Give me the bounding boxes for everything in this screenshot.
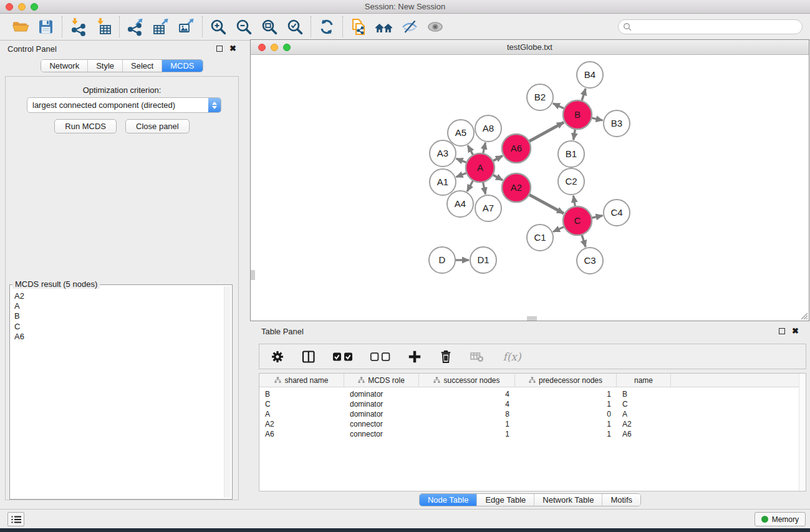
table-cell[interactable]: A2 <box>259 420 344 428</box>
tab-network-table[interactable]: Network Table <box>534 494 602 506</box>
select-all-icon[interactable] <box>332 349 354 365</box>
network-minimize-button[interactable] <box>271 44 278 51</box>
show-all-icon[interactable] <box>425 17 445 37</box>
close-table-panel-icon[interactable]: ✖ <box>792 328 799 334</box>
table-cell[interactable]: A6 <box>617 430 671 438</box>
save-session-icon[interactable] <box>36 17 56 37</box>
edge-A2-C[interactable] <box>529 195 564 213</box>
network-zoom-button[interactable] <box>283 44 291 51</box>
import-network-icon[interactable] <box>68 17 88 37</box>
export-network-icon[interactable] <box>125 17 145 37</box>
unselect-all-icon[interactable] <box>369 349 392 365</box>
close-panel-button[interactable]: Close panel <box>125 119 190 133</box>
hide-selected-icon[interactable] <box>400 17 420 37</box>
node-D1[interactable]: D1 <box>470 247 496 273</box>
edge-C-C4[interactable] <box>592 216 603 218</box>
tab-select[interactable]: Select <box>122 60 162 72</box>
close-window-button[interactable] <box>6 3 13 11</box>
node-A8[interactable]: A8 <box>475 115 501 142</box>
node-A7[interactable]: A7 <box>475 195 501 221</box>
memory-button[interactable]: Memory <box>755 512 806 526</box>
criterion-select[interactable]: largest connected component (directed) <box>27 97 221 113</box>
tab-mcds[interactable]: MCDS <box>162 60 202 72</box>
result-scrollbar[interactable] <box>224 286 231 498</box>
node-A2[interactable]: A2 <box>502 173 531 202</box>
zoom-window-button[interactable] <box>31 3 38 11</box>
table-cell[interactable]: 1 <box>515 420 617 428</box>
table-settings-icon[interactable] <box>269 349 286 365</box>
zoom-out-icon[interactable] <box>234 17 254 37</box>
tab-edge-table[interactable]: Edge Table <box>476 494 534 506</box>
node-D[interactable]: D <box>429 247 455 273</box>
table-cell[interactable]: connector <box>344 420 419 428</box>
table-cell[interactable]: A2 <box>617 420 671 428</box>
task-history-button[interactable] <box>7 512 24 526</box>
result-item[interactable]: B <box>14 311 223 321</box>
node-A[interactable]: A <box>466 153 494 182</box>
edge-C-C3[interactable] <box>582 235 586 247</box>
column-header-shared-name[interactable]: shared name <box>259 374 344 387</box>
node-B[interactable]: B <box>563 100 592 129</box>
zoom-fit-icon[interactable] <box>259 17 279 37</box>
canvas-bottom-scroll-nub[interactable] <box>527 316 537 321</box>
tab-network[interactable]: Network <box>41 60 87 72</box>
table-row[interactable]: A2connector11A2 <box>259 419 806 429</box>
result-item[interactable]: C <box>14 322 223 332</box>
table-scrollbar[interactable] <box>799 374 806 491</box>
network-canvas[interactable]: B4B2BB3B1A5A8A6A3AA1A2C2A4A7C4CC1C3DD1 <box>251 55 809 321</box>
table-cell[interactable]: dominator <box>344 390 419 399</box>
node-B4[interactable]: B4 <box>577 62 603 88</box>
canvas-left-scroll-nub[interactable] <box>251 270 255 280</box>
column-header-predecessor-nodes[interactable]: predecessor nodes <box>515 374 617 387</box>
table-cell[interactable]: A <box>259 410 344 418</box>
refresh-view-icon[interactable] <box>317 17 337 37</box>
node-C4[interactable]: C4 <box>604 200 630 226</box>
node-A6[interactable]: A6 <box>502 134 531 163</box>
first-neighbors-icon[interactable] <box>374 17 394 37</box>
node-B3[interactable]: B3 <box>604 110 630 137</box>
edge-A6-B[interactable] <box>529 122 564 142</box>
column-header-mcds-role[interactable]: MCDS role <box>344 374 419 387</box>
result-item[interactable]: A6 <box>14 332 223 342</box>
node-B2[interactable]: B2 <box>527 84 553 110</box>
edge-B-B2[interactable] <box>553 104 564 109</box>
edge-A-A5[interactable] <box>468 145 473 155</box>
network-window-titlebar[interactable]: testGlobe.txt <box>251 40 809 55</box>
export-image-icon[interactable] <box>176 17 196 37</box>
edge-A-A4[interactable] <box>467 180 473 191</box>
table-cell[interactable]: 0 <box>515 410 617 418</box>
table-cell[interactable]: C <box>617 400 671 409</box>
table-cell[interactable]: 1 <box>419 420 515 428</box>
tab-style[interactable]: Style <box>87 60 122 72</box>
table-cell[interactable]: 1 <box>419 430 515 438</box>
edge-C-C1[interactable] <box>553 226 564 231</box>
edge-A-A1[interactable] <box>456 173 467 177</box>
open-session-icon[interactable] <box>11 17 31 37</box>
tab-node-table[interactable]: Node Table <box>420 494 477 506</box>
node-C[interactable]: C <box>563 206 592 235</box>
show-columns-icon[interactable] <box>301 349 317 365</box>
import-table-icon[interactable] <box>94 17 113 37</box>
edge-A-A7[interactable] <box>483 182 486 195</box>
table-cell[interactable]: A <box>617 410 671 418</box>
resize-grip[interactable] <box>799 311 808 320</box>
edge-B-B4[interactable] <box>582 89 586 101</box>
export-table-icon[interactable] <box>151 17 171 37</box>
node-A3[interactable]: A3 <box>430 140 456 167</box>
result-item[interactable]: A <box>14 301 223 311</box>
network-close-button[interactable] <box>258 44 266 51</box>
table-cell[interactable]: 4 <box>419 400 515 409</box>
tab-motifs[interactable]: Motifs <box>602 494 640 506</box>
column-header-name[interactable]: name <box>617 374 671 387</box>
float-panel-icon[interactable] <box>216 46 223 52</box>
edge-A-A8[interactable] <box>483 143 486 154</box>
table-cell[interactable]: 1 <box>515 430 617 438</box>
minimize-window-button[interactable] <box>18 3 26 11</box>
delete-entry-icon[interactable] <box>438 349 454 365</box>
table-cell[interactable]: dominator <box>344 400 419 409</box>
zoom-selected-icon[interactable] <box>285 17 305 37</box>
close-panel-icon[interactable]: ✖ <box>229 46 236 52</box>
table-cell[interactable]: C <box>259 400 344 409</box>
search-input[interactable] <box>618 19 803 34</box>
table-cell[interactable]: connector <box>344 430 419 438</box>
